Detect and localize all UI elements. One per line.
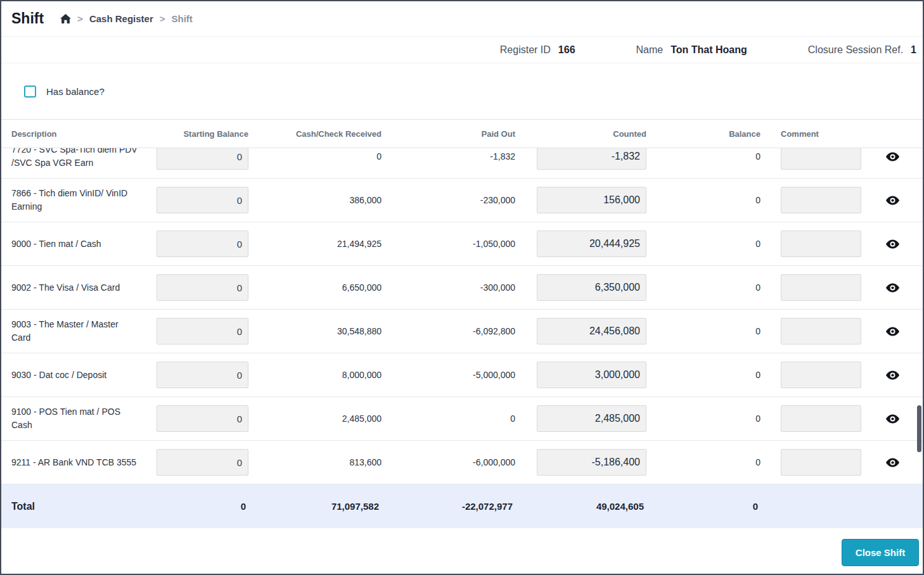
- comment-cell: [760, 449, 872, 476]
- register-id-pair: Register ID 166: [500, 44, 575, 56]
- actions-cell: [872, 281, 913, 295]
- counted-cell: [515, 231, 646, 257]
- eye-icon: [886, 283, 899, 293]
- vertical-scrollbar-thumb[interactable]: [917, 405, 921, 452]
- actions-cell: [872, 237, 913, 251]
- total-paid-out: -22,072,977: [382, 501, 515, 512]
- starting-balance-input[interactable]: [157, 449, 248, 476]
- starting-balance-cell: [147, 231, 248, 257]
- actions-cell: [872, 324, 913, 339]
- counted-cell: [515, 405, 646, 432]
- starting-balance-input[interactable]: [157, 274, 248, 301]
- view-details-button[interactable]: [883, 193, 902, 208]
- starting-balance-input[interactable]: [157, 148, 248, 170]
- counted-cell: [515, 449, 646, 476]
- table-body: 7720 - SVC Spa-Tich diem PDV /SVC Spa VG…: [1, 148, 923, 484]
- row-description: 9000 - Tien mat / Cash: [11, 237, 147, 251]
- register-info-row: Register ID 166 Name Ton That Hoang Clos…: [1, 37, 923, 63]
- row-description: 9211 - AR Bank VND TCB 3555: [11, 456, 147, 469]
- view-details-button[interactable]: [883, 237, 902, 251]
- name-value: Ton That Hoang: [671, 44, 747, 56]
- paid-out-value: -6,000,000: [382, 457, 515, 467]
- starting-balance-input[interactable]: [157, 187, 248, 213]
- starting-balance-input[interactable]: [157, 231, 248, 257]
- paid-out-value: -1,832: [382, 151, 515, 161]
- comment-cell: [760, 274, 872, 301]
- paid-out-value: 0: [382, 414, 515, 424]
- table-row: 9002 - The Visa / Visa Card 6,650,000 -3…: [1, 266, 923, 310]
- comment-cell: [760, 231, 872, 257]
- balance-value: 0: [646, 370, 760, 380]
- total-balance: 0: [646, 501, 760, 512]
- view-details-button[interactable]: [883, 324, 902, 339]
- paid-out-value: -1,050,000: [382, 239, 515, 249]
- comment-input[interactable]: [781, 274, 861, 301]
- eye-icon: [886, 196, 899, 205]
- counted-input[interactable]: [537, 362, 646, 388]
- total-row: Total 0 71,097,582 -22,072,977 49,024,60…: [1, 484, 923, 528]
- table-header-row: Description Starting Balance Cash/Check …: [1, 119, 923, 148]
- counted-input[interactable]: [537, 231, 646, 257]
- close-shift-button[interactable]: Close Shift: [842, 539, 919, 566]
- comment-input[interactable]: [781, 187, 861, 213]
- comment-cell: [760, 187, 872, 213]
- view-details-button[interactable]: [883, 368, 902, 382]
- comment-input[interactable]: [781, 318, 861, 344]
- comment-input[interactable]: [781, 449, 861, 476]
- received-value: 8,000,000: [248, 370, 382, 380]
- starting-balance-cell: [147, 449, 248, 476]
- received-value: 0: [248, 151, 382, 161]
- register-id-label: Register ID: [500, 44, 551, 56]
- register-id-value: 166: [558, 44, 575, 56]
- row-description: 7866 - Tich diem VinID/ VinID Earning: [11, 187, 147, 213]
- row-description: 9030 - Dat coc / Deposit: [11, 369, 147, 382]
- table-row: 7866 - Tich diem VinID/ VinID Earning 38…: [1, 179, 923, 222]
- table-row: 9000 - Tien mat / Cash 21,494,925 -1,050…: [1, 222, 923, 266]
- counted-cell: [515, 187, 646, 213]
- counted-input[interactable]: [537, 318, 646, 344]
- table-row: 9211 - AR Bank VND TCB 3555 813,600 -6,0…: [1, 441, 923, 484]
- actions-cell: [872, 368, 913, 382]
- eye-icon: [886, 458, 899, 467]
- starting-balance-input[interactable]: [157, 362, 248, 388]
- starting-balance-cell: [147, 318, 248, 344]
- received-value: 2,485,000: [248, 414, 382, 424]
- view-details-button[interactable]: [883, 149, 902, 164]
- counted-input[interactable]: [537, 274, 646, 301]
- balance-value: 0: [646, 457, 760, 467]
- header-paid-out: Paid Out: [382, 129, 515, 139]
- eye-icon: [886, 152, 899, 161]
- starting-balance-cell: [147, 148, 248, 170]
- comment-input[interactable]: [781, 231, 861, 257]
- view-details-button[interactable]: [883, 455, 902, 470]
- view-details-button[interactable]: [883, 412, 902, 426]
- home-icon[interactable]: [60, 14, 71, 23]
- row-description: 9003 - The Master / Master Card: [11, 318, 147, 344]
- starting-balance-input[interactable]: [157, 405, 248, 432]
- footer-bar: Close Shift: [1, 528, 923, 575]
- header-balance: Balance: [646, 129, 760, 139]
- comment-input[interactable]: [781, 362, 861, 388]
- received-value: 21,494,925: [248, 239, 382, 249]
- header-description: Description: [11, 129, 147, 139]
- paid-out-value: -300,000: [382, 282, 515, 293]
- total-received: 71,097,582: [248, 501, 382, 512]
- table-row: 7720 - SVC Spa-Tich diem PDV /SVC Spa VG…: [1, 148, 923, 179]
- balance-value: 0: [646, 326, 760, 336]
- comment-cell: [760, 318, 872, 344]
- counted-input[interactable]: [537, 405, 646, 432]
- has-balance-checkbox[interactable]: [24, 85, 36, 98]
- closure-session-label: Closure Session Ref.: [808, 44, 903, 56]
- counted-cell: [515, 362, 646, 388]
- eye-icon: [886, 414, 899, 424]
- counted-input[interactable]: [537, 148, 646, 170]
- breadcrumb-cash-register[interactable]: Cash Register: [89, 13, 153, 24]
- starting-balance-input[interactable]: [157, 318, 248, 344]
- comment-input[interactable]: [781, 405, 861, 432]
- comment-cell: [760, 362, 872, 388]
- counted-input[interactable]: [537, 187, 646, 213]
- comment-input[interactable]: [781, 148, 861, 170]
- counted-cell: [515, 318, 646, 344]
- view-details-button[interactable]: [883, 281, 902, 295]
- counted-input[interactable]: [537, 449, 646, 476]
